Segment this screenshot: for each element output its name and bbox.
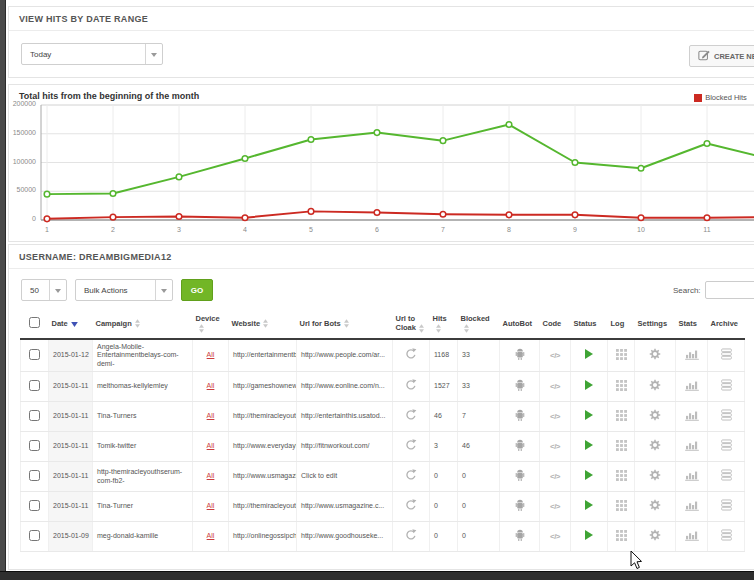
column-header-date[interactable]: Date [49,309,93,339]
row-checkbox[interactable] [29,500,40,511]
cell-url_bots[interactable]: http://www.usmagazine.c... [297,492,393,522]
create-campaign-button[interactable]: CREATE NEW CAMPAIGN [689,45,754,67]
cell-archive[interactable] [708,492,745,522]
row-checkbox[interactable] [29,380,40,391]
device-all-link[interactable]: All [207,442,215,449]
cell-url_cloak[interactable] [393,372,430,402]
cell-autobot[interactable] [500,339,540,372]
device-all-link[interactable]: All [207,351,215,358]
cell-campaign[interactable]: Tomik-twitter [93,432,193,462]
cell-url_bots[interactable]: Click to edit [297,462,393,492]
row-checkbox[interactable] [29,349,40,360]
device-all-link[interactable]: All [207,382,215,389]
cell-campaign[interactable]: Angela-Mobile-Entertainmentbelays-com-de… [93,339,193,372]
cell-archive[interactable] [708,372,745,402]
cell-settings[interactable] [635,492,676,522]
cell-status[interactable] [571,402,608,432]
cell-settings[interactable] [635,432,676,462]
cell-autobot[interactable] [500,432,540,462]
date-range-select[interactable]: Today [21,43,163,65]
cell-stats[interactable] [676,432,708,462]
cell-log[interactable] [608,522,635,552]
cell-campaign[interactable]: melthomas-kellylemley [93,372,193,402]
cell-website[interactable]: http://themiracleyouthser... [229,402,297,432]
cell-autobot[interactable] [500,462,540,492]
cell-url_bots[interactable]: http://www.people.com/ar... [297,339,393,372]
device-all-link[interactable]: All [207,472,215,479]
cell-log[interactable] [608,492,635,522]
cell-stats[interactable] [676,402,708,432]
cell-status[interactable] [571,462,608,492]
device-all-link[interactable]: All [207,412,215,419]
column-header-hits[interactable]: Hits [430,309,458,339]
cell-stats[interactable] [676,339,708,372]
cell-code[interactable]: </> [540,402,571,432]
column-header-url_bots[interactable]: Url for Bots [297,309,393,339]
cell-url_cloak[interactable] [393,462,430,492]
cell-archive[interactable] [708,339,745,372]
cell-archive[interactable] [708,462,745,492]
cell-code[interactable]: </> [540,462,571,492]
cell-url_bots[interactable]: http://www.goodhouseke... [297,522,393,552]
cell-url_bots[interactable]: http://entertainthis.usatod... [297,402,393,432]
cell-status[interactable] [571,432,608,462]
cell-website[interactable]: http://www.usmagazine.c... [229,462,297,492]
cell-stats[interactable] [676,462,708,492]
device-all-link[interactable]: All [207,532,215,539]
cell-autobot[interactable] [500,372,540,402]
row-checkbox[interactable] [29,440,40,451]
cell-campaign[interactable]: http-themiracleyouthserum-com-fb2- [93,462,193,492]
cell-settings[interactable] [635,462,676,492]
cell-url_bots[interactable]: http://www.eonline.com/n... [297,372,393,402]
cell-autobot[interactable] [500,492,540,522]
cell-archive[interactable] [708,522,745,552]
search-input[interactable] [705,281,754,299]
cell-url_bots[interactable]: http://fitnworkout.com/ [297,432,393,462]
cell-website[interactable]: http://onlinegossipchann... [229,522,297,552]
column-header-blocked[interactable]: Blocked [458,309,500,339]
go-button[interactable]: GO [181,279,213,301]
cell-settings[interactable] [635,522,676,552]
select-all-checkbox[interactable] [29,317,40,328]
cell-log[interactable] [608,432,635,462]
cell-status[interactable] [571,492,608,522]
cell-code[interactable]: </> [540,522,571,552]
cell-url_cloak[interactable] [393,402,430,432]
cell-code[interactable]: </> [540,432,571,462]
cell-stats[interactable] [676,372,708,402]
cell-stats[interactable] [676,492,708,522]
page-size-select[interactable]: 50 [21,279,67,301]
cell-archive[interactable] [708,402,745,432]
cell-url_cloak[interactable] [393,492,430,522]
cell-url_cloak[interactable] [393,339,430,372]
cell-website[interactable]: http://gameshownews.net [229,372,297,402]
cell-url_cloak[interactable] [393,522,430,552]
cell-code[interactable]: </> [540,492,571,522]
cell-settings[interactable] [635,372,676,402]
cell-status[interactable] [571,372,608,402]
row-checkbox[interactable] [29,470,40,481]
cell-website[interactable]: http://themiracleyouthser... [229,492,297,522]
cell-autobot[interactable] [500,522,540,552]
cell-code[interactable]: </> [540,372,571,402]
cell-log[interactable] [608,339,635,372]
cell-status[interactable] [571,339,608,372]
cell-settings[interactable] [635,339,676,372]
cell-autobot[interactable] [500,402,540,432]
cell-status[interactable] [571,522,608,552]
cell-code[interactable]: </> [540,339,571,372]
cell-website[interactable]: http://www.everydayfitnes... [229,432,297,462]
cell-website[interactable]: http://entertainmentbelays... [229,339,297,372]
cell-archive[interactable] [708,432,745,462]
column-header-website[interactable]: Website [229,309,297,339]
column-header-device[interactable]: Device [193,309,229,339]
row-checkbox[interactable] [29,530,40,541]
cell-url_cloak[interactable] [393,432,430,462]
column-header-campaign[interactable]: Campaign [93,309,193,339]
row-checkbox[interactable] [29,410,40,421]
cell-log[interactable] [608,372,635,402]
cell-log[interactable] [608,402,635,432]
bulk-actions-select[interactable]: Bulk Actions [75,279,173,301]
cell-settings[interactable] [635,402,676,432]
cell-log[interactable] [608,462,635,492]
